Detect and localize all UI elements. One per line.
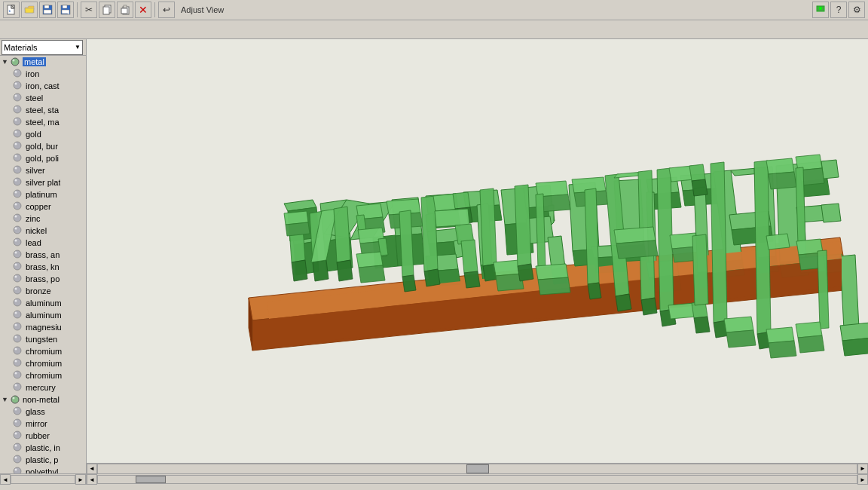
tree-item-chromium2[interactable]: chromium [0,357,86,369]
item-label-chromium3: chromium [26,371,62,380]
viewport: ◄ ► [87,39,868,473]
tree-item-brass-kn[interactable]: brass, kn [0,261,86,273]
tree-item-platinum[interactable]: platinum [0,188,86,201]
tree-item-glass[interactable]: glass [0,406,86,418]
svg-point-72 [14,383,21,390]
tree-item-bronze[interactable]: bronze [0,285,86,297]
tree-item-gold-pol[interactable]: gold, poli [0,152,86,164]
tree-scroll[interactable]: ▼metalironiron, caststeelsteel, stasteel… [0,56,86,473]
svg-marker-247 [796,322,822,338]
tree-item-gold[interactable]: gold [0,128,86,140]
item-icon-rubber [12,430,24,442]
scroll-thumb[interactable] [466,464,489,473]
svg-marker-169 [286,222,310,236]
item-label-platinum: platinum [26,190,57,199]
undo-button[interactable]: ↩ [158,2,175,18]
tree-item-iron-cast[interactable]: iron, cast [0,80,86,92]
item-icon-mercury [12,381,24,394]
tree-item-steel-ma[interactable]: steel, ma [0,116,86,128]
save-button[interactable] [39,2,56,18]
tree-item-brass-po[interactable]: brass, po [0,273,86,285]
scroll-left-panel-right[interactable]: ► [75,474,86,485]
item-icon-silver-plat [12,176,24,188]
tree-item-gold-bur[interactable]: gold, bur [0,140,86,152]
svg-marker-246 [818,250,829,329]
item-icon-chromium3 [12,369,24,381]
tree-item-iron[interactable]: iron [0,68,86,80]
tree-item-chromium[interactable]: chromium [0,345,86,357]
bottom-left-scroll[interactable]: ◄ ► [0,474,87,485]
svg-marker-173 [334,207,350,262]
svg-marker-182 [359,265,385,283]
item-icon-chromium2 [12,357,24,369]
tree-item-chromium3[interactable]: chromium [0,369,86,381]
svg-point-26 [14,106,21,113]
svg-point-27 [15,107,17,109]
svg-marker-158 [840,323,868,341]
svg-point-60 [14,311,21,318]
tree-item-steel[interactable]: steel [0,92,86,104]
svg-marker-171 [313,260,329,281]
scroll-left-button[interactable]: ◄ [87,464,97,474]
item-icon-aluminum [12,297,24,309]
tree-item-rubber[interactable]: rubber [0,430,86,442]
svg-marker-211 [588,283,601,299]
tree-item-lead[interactable]: lead [0,237,86,249]
svg-marker-232 [724,317,753,332]
tree-item-aluminum2[interactable]: aluminum [0,309,86,321]
scroll-track[interactable] [97,464,857,474]
settings-button[interactable]: ⚙ [848,2,865,18]
svg-point-58 [14,299,21,306]
item-label-lead: lead [26,238,41,247]
scroll-viewport-left[interactable]: ◄ [87,474,97,485]
tree-item-plastic-in[interactable]: plastic, in [0,442,86,454]
tree-item-steel-sta[interactable]: steel, sta [0,104,86,116]
tree-item-aluminum[interactable]: aluminum [0,297,86,309]
cut-button[interactable]: ✂ [81,2,97,18]
svg-rect-14 [124,5,127,8]
paste-button[interactable] [117,2,133,18]
tree-item-silver-plat[interactable]: silver plat [0,176,86,188]
scroll-viewport-right[interactable]: ► [857,474,868,485]
h-scrollbar[interactable]: ◄ ► [87,463,868,473]
scroll-left-panel-left[interactable]: ◄ [0,474,11,485]
item-label-plastic-po: plastic, p [26,455,58,464]
bottom-right-scroll[interactable]: ◄ ► [87,474,868,485]
item-label-iron-cast: iron, cast [26,81,60,90]
svg-marker-200 [515,185,531,266]
materials-dropdown[interactable]: Materials ▼ [2,40,83,55]
svg-point-55 [15,276,17,278]
svg-point-74 [11,396,19,403]
svg-point-62 [14,323,21,330]
tree-item-silver[interactable]: silver [0,164,86,176]
open-button[interactable] [21,2,38,18]
tree-item-copper[interactable]: copper [0,201,86,213]
svg-point-86 [14,467,21,473]
tree-item-mirror[interactable]: mirror [0,418,86,430]
tree-item-brass-an[interactable]: brass, an [0,249,86,261]
tree-item-magnesium[interactable]: magnesiu [0,321,86,333]
item-label-nickel: nickel [26,226,47,235]
help-button[interactable]: ? [830,2,847,18]
tree-item-mercury[interactable]: mercury [0,381,86,394]
new-button[interactable]: ★ [3,2,20,18]
item-icon-brass-kn [12,261,24,273]
tree-item-zinc[interactable]: zinc [0,213,86,225]
tree-item-nickel[interactable]: nickel [0,225,86,237]
copy-button[interactable] [99,2,115,18]
save-as-button[interactable]: + [57,2,74,18]
delete-button[interactable]: ✕ [135,2,151,18]
svg-marker-230 [711,162,727,323]
dropdown-label: Materials [4,43,38,52]
group-icon-non-metal [9,394,21,406]
tree-item-polyethyl[interactable]: polyethyl [0,466,86,473]
scroll-right-button[interactable]: ► [857,464,868,474]
tree-group-metal[interactable]: ▼metal [0,56,86,68]
svg-marker-174 [337,260,353,281]
tree-item-plastic-po[interactable]: plastic, p [0,454,86,466]
svg-marker-248 [798,335,824,353]
tree-group-non-metal[interactable]: ▼non-metal [0,394,86,406]
tree-item-tungsten[interactable]: tungsten [0,333,86,345]
power-button[interactable] [812,2,829,18]
svg-marker-181 [356,252,383,268]
